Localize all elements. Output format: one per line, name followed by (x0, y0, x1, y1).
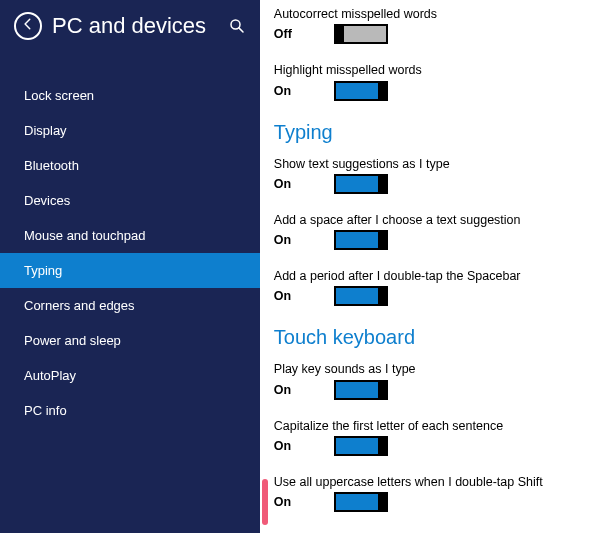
sidebar-item-mouse-touchpad[interactable]: Mouse and touchpad (0, 218, 260, 253)
toggle-knob (378, 174, 388, 194)
search-icon[interactable] (228, 17, 246, 35)
sidebar-item-label: Corners and edges (24, 298, 135, 313)
settings-panel: Autocorrect misspelled words Off Highlig… (260, 0, 600, 533)
toggle-state: On (274, 177, 334, 191)
sidebar-item-label: Typing (24, 263, 62, 278)
setting-autocorrect: Autocorrect misspelled words Off (274, 6, 592, 44)
setting-label: Add a space after I choose a text sugges… (274, 212, 592, 228)
toggle-autocorrect[interactable] (334, 24, 388, 44)
setting-highlight: Highlight misspelled words On (274, 62, 592, 100)
sidebar-item-lock-screen[interactable]: Lock screen (0, 78, 260, 113)
sidebar-item-power-sleep[interactable]: Power and sleep (0, 323, 260, 358)
setting-key-sounds: Play key sounds as I type On (274, 361, 592, 399)
toggle-key-sounds[interactable] (334, 380, 388, 400)
sidebar-item-bluetooth[interactable]: Bluetooth (0, 148, 260, 183)
sidebar-header: PC and devices (0, 0, 260, 50)
setting-period-dbl: Add a period after I double-tap the Spac… (274, 268, 592, 306)
setting-suggestions: Show text suggestions as I type On (274, 156, 592, 194)
setting-label: Highlight misspelled words (274, 62, 592, 78)
toggle-knob (378, 380, 388, 400)
toggle-highlight[interactable] (334, 81, 388, 101)
back-arrow-icon (21, 17, 35, 35)
sidebar-item-label: Devices (24, 193, 70, 208)
toggle-state: On (274, 233, 334, 247)
toggle-knob (378, 436, 388, 456)
setting-capitalize: Capitalize the first letter of each sent… (274, 418, 592, 456)
back-button[interactable] (14, 12, 42, 40)
toggle-state: On (274, 84, 334, 98)
toggle-state: On (274, 383, 334, 397)
toggle-knob (378, 492, 388, 512)
pc-settings-window: PC and devices Lock screen Display Bluet… (0, 0, 600, 533)
setting-label: Capitalize the first letter of each sent… (274, 418, 592, 434)
toggle-state: On (274, 289, 334, 303)
sidebar-item-label: Lock screen (24, 88, 94, 103)
toggle-state: On (274, 495, 334, 509)
toggle-knob (378, 286, 388, 306)
section-heading-typing: Typing (274, 121, 592, 144)
sidebar-item-label: PC info (24, 403, 67, 418)
toggle-capitalize[interactable] (334, 436, 388, 456)
toggle-knob (378, 230, 388, 250)
sidebar-title: PC and devices (52, 13, 228, 39)
sidebar-item-label: Display (24, 123, 67, 138)
toggle-knob (378, 81, 388, 101)
sidebar-item-label: Power and sleep (24, 333, 121, 348)
sidebar-item-typing[interactable]: Typing (0, 253, 260, 288)
sidebar-item-display[interactable]: Display (0, 113, 260, 148)
toggle-space-after[interactable] (334, 230, 388, 250)
toggle-upper-shift[interactable] (334, 492, 388, 512)
toggle-state: Off (274, 27, 334, 41)
annotation-mark (262, 479, 268, 525)
sidebar-item-label: AutoPlay (24, 368, 76, 383)
sidebar-items: Lock screen Display Bluetooth Devices Mo… (0, 78, 260, 428)
sidebar-item-corners-edges[interactable]: Corners and edges (0, 288, 260, 323)
sidebar-item-pc-info[interactable]: PC info (0, 393, 260, 428)
section-heading-touch-keyboard: Touch keyboard (274, 326, 592, 349)
toggle-state: On (274, 439, 334, 453)
setting-space-after: Add a space after I choose a text sugges… (274, 212, 592, 250)
toggle-knob (334, 24, 344, 44)
setting-label: Play key sounds as I type (274, 361, 592, 377)
setting-label: Use all uppercase letters when I double-… (274, 474, 592, 490)
setting-label: Autocorrect misspelled words (274, 6, 592, 22)
sidebar-item-autoplay[interactable]: AutoPlay (0, 358, 260, 393)
setting-label: Show text suggestions as I type (274, 156, 592, 172)
sidebar-item-devices[interactable]: Devices (0, 183, 260, 218)
sidebar-item-label: Mouse and touchpad (24, 228, 145, 243)
setting-label: Add a period after I double-tap the Spac… (274, 268, 592, 284)
sidebar: PC and devices Lock screen Display Bluet… (0, 0, 260, 533)
toggle-period-dbl[interactable] (334, 286, 388, 306)
sidebar-item-label: Bluetooth (24, 158, 79, 173)
svg-line-1 (239, 28, 243, 32)
toggle-suggestions[interactable] (334, 174, 388, 194)
setting-upper-shift: Use all uppercase letters when I double-… (274, 474, 592, 512)
